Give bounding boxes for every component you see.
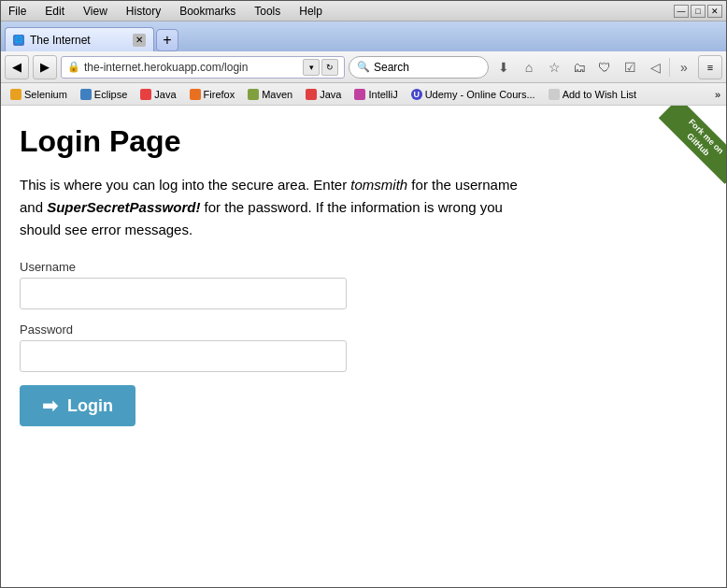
- login-arrow-icon: ➡: [42, 394, 58, 417]
- search-placeholder: Search: [374, 61, 409, 74]
- download-icon[interactable]: ⬇: [492, 56, 515, 79]
- password-input[interactable]: [20, 340, 347, 372]
- back-button[interactable]: ◀: [5, 55, 29, 79]
- login-button-label: Login: [67, 396, 113, 416]
- bookmark-eclipse-label: Eclipse: [94, 89, 127, 100]
- forward-button[interactable]: ▶: [33, 55, 57, 79]
- intellij-icon: [354, 89, 365, 100]
- desc-password: SuperSecretPassword!: [47, 199, 200, 215]
- bookmark-eclipse[interactable]: Eclipse: [77, 88, 131, 101]
- tab-close-button[interactable]: ✕: [133, 34, 146, 47]
- tab-favicon: 🌐: [13, 35, 24, 46]
- firefox-icon: [190, 89, 201, 100]
- bookmark-star-icon[interactable]: ☆: [543, 56, 565, 79]
- page-content: Fork me onGitHub Login Page This is wher…: [1, 106, 726, 587]
- password-group: Password: [20, 323, 543, 372]
- search-icon: 🔍: [357, 61, 370, 73]
- url-text: the-internet.herokuapp.com/login: [84, 61, 299, 74]
- tab-the-internet[interactable]: 🌐 The Internet ✕: [5, 27, 154, 51]
- udemy-icon: U: [411, 89, 422, 100]
- close-button[interactable]: ✕: [707, 5, 722, 18]
- bookmark-wishlist-label: Add to Wish List: [563, 89, 636, 100]
- desc-text-1: This is where you can log into the secur…: [20, 177, 350, 193]
- username-label: Username: [20, 260, 543, 274]
- eclipse-icon: [80, 89, 92, 100]
- menu-file[interactable]: File: [5, 3, 30, 20]
- maximize-button[interactable]: □: [691, 5, 706, 18]
- search-box[interactable]: 🔍 Search: [349, 56, 489, 79]
- address-controls: ▾ ↻: [303, 59, 338, 76]
- bookmark-intellij-label: IntelliJ: [368, 89, 397, 100]
- selenium-icon: [10, 89, 21, 100]
- desc-username: tomsmith: [350, 177, 407, 193]
- shield-icon[interactable]: 🛡: [593, 56, 616, 79]
- lock-icon: 🔒: [67, 61, 80, 73]
- minimize-button[interactable]: —: [674, 5, 689, 18]
- github-ribbon[interactable]: Fork me onGitHub: [633, 106, 726, 199]
- bookmarks-bar: Selenium Eclipse Java Firefox Maven Java…: [1, 83, 726, 106]
- wishlist-icon: [549, 89, 560, 100]
- bookmarks-more[interactable]: »: [715, 89, 720, 100]
- menu-bookmarks[interactable]: Bookmarks: [176, 3, 239, 20]
- bookmark-intellij[interactable]: IntelliJ: [350, 88, 401, 101]
- bookmark-udemy[interactable]: U Udemy - Online Cours...: [407, 88, 539, 101]
- bookmark-selenium-label: Selenium: [24, 89, 67, 100]
- bookmark-udemy-label: Udemy - Online Cours...: [425, 89, 535, 100]
- menu-history[interactable]: History: [122, 3, 164, 20]
- refresh-button[interactable]: ↻: [321, 59, 338, 76]
- page-title: Login Page: [20, 124, 543, 159]
- address-bar[interactable]: 🔒 the-internet.herokuapp.com/login ▾ ↻: [61, 56, 345, 79]
- bookmark-firefox[interactable]: Firefox: [186, 88, 239, 101]
- new-tab-button[interactable]: +: [156, 29, 178, 51]
- bookmark-java2[interactable]: Java: [302, 88, 345, 101]
- login-button[interactable]: ➡ Login: [20, 385, 135, 426]
- username-group: Username: [20, 260, 543, 309]
- check-icon[interactable]: ☑: [619, 56, 641, 79]
- bookmark-maven-label: Maven: [262, 89, 292, 100]
- home-icon[interactable]: ⌂: [518, 56, 540, 79]
- bookmark-java1-label: Java: [154, 89, 176, 100]
- java2-icon: [306, 89, 317, 100]
- bookmark-selenium[interactable]: Selenium: [7, 88, 71, 101]
- menu-help[interactable]: Help: [295, 3, 326, 20]
- bookmark-java2-label: Java: [320, 89, 341, 100]
- bookmark-firefox-label: Firefox: [204, 89, 235, 100]
- back-arrow-icon[interactable]: ◁: [644, 56, 666, 79]
- menu-view[interactable]: View: [79, 3, 111, 20]
- tab-label: The Internet: [30, 34, 91, 47]
- menu-tools[interactable]: Tools: [250, 3, 284, 20]
- nav-icons: ⬇ ⌂ ☆ 🗂 🛡 ☑ ◁ » ≡: [492, 55, 722, 79]
- content-body: Login Page This is where you can log int…: [1, 106, 562, 445]
- hamburger-menu[interactable]: ≡: [698, 55, 722, 79]
- bookmark-maven[interactable]: Maven: [244, 88, 296, 101]
- more-icon[interactable]: »: [673, 56, 695, 79]
- dropdown-arrow[interactable]: ▾: [303, 59, 320, 76]
- tab-bar: 🌐 The Internet ✕ +: [1, 22, 726, 51]
- maven-icon: [248, 89, 259, 100]
- bookmark-wishlist[interactable]: Add to Wish List: [545, 88, 640, 101]
- nav-bar: ◀ ▶ 🔒 the-internet.herokuapp.com/login ▾…: [1, 51, 726, 83]
- nav-separator: [669, 58, 670, 77]
- briefcase-icon[interactable]: 🗂: [568, 56, 591, 79]
- window-controls: — □ ✕: [674, 5, 722, 18]
- browser-window: File Edit View History Bookmarks Tools H…: [0, 0, 727, 588]
- bookmark-java1[interactable]: Java: [136, 88, 179, 101]
- username-input[interactable]: [20, 278, 347, 309]
- java1-icon: [140, 89, 151, 100]
- github-ribbon-text: Fork me onGitHub: [659, 106, 726, 184]
- password-label: Password: [20, 323, 543, 337]
- page-description: This is where you can log into the secur…: [20, 174, 543, 241]
- menu-edit[interactable]: Edit: [41, 3, 68, 20]
- menu-bar: File Edit View History Bookmarks Tools H…: [1, 1, 726, 22]
